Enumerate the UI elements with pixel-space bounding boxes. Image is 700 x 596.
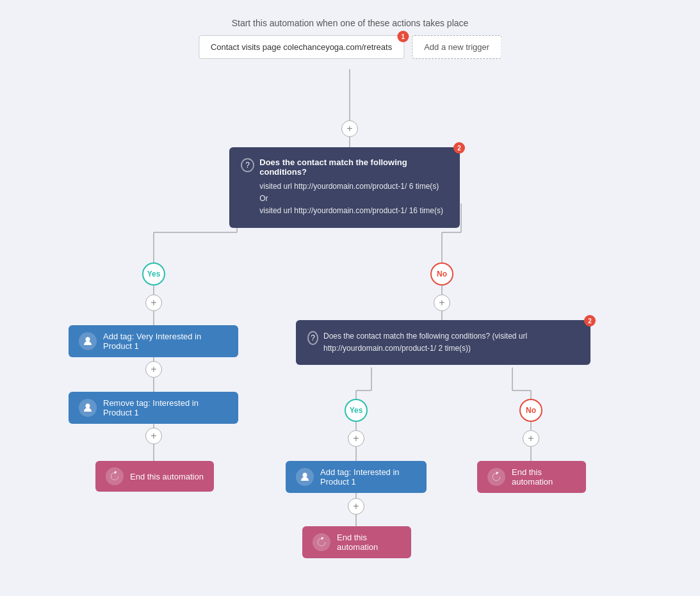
end-automation-2-label: End this automation [512, 467, 576, 487]
svg-point-29 [86, 404, 90, 408]
remove-interested-label: Remove tag: Interested in Product 1 [103, 398, 228, 417]
no-branch-2[interactable]: No [519, 399, 542, 422]
plus-button-3[interactable]: + [145, 361, 162, 378]
plus-button-6[interactable]: + [348, 430, 364, 447]
condition-box-2[interactable]: 2 ? Does the contact match the following… [296, 320, 590, 365]
plus-button-7[interactable]: + [348, 498, 364, 515]
end-automation-1[interactable]: End this automation [95, 461, 214, 492]
trigger-row: Contact visits page colechanceyoga.com/r… [199, 35, 501, 59]
no-label-1: No [437, 270, 447, 278]
add-very-interested-action[interactable]: Add tag: Very Interested in Product 1 [69, 325, 238, 357]
existing-trigger-label: Contact visits page colechanceyoga.com/r… [211, 42, 392, 52]
yes-branch-1[interactable]: Yes [142, 262, 165, 286]
remove-interested-action[interactable]: Remove tag: Interested in Product 1 [69, 392, 238, 424]
add-interested-label: Add tag: Interested in Product 1 [320, 467, 416, 487]
end-automation-2[interactable]: End this automation [477, 461, 586, 493]
question-icon-1: ? [241, 158, 254, 172]
add-trigger-button[interactable]: Add a new trigger [412, 35, 501, 59]
end-automation-3[interactable]: End this automation [302, 526, 411, 558]
plus-button-1[interactable]: + [341, 120, 358, 137]
condition2-text: Does the contact match the following con… [323, 330, 579, 355]
plus-button-4[interactable]: + [145, 428, 162, 444]
plus-button-2[interactable]: + [145, 294, 162, 311]
condition-box-1[interactable]: 2 ? Does the contact match the following… [229, 147, 460, 228]
add-very-interested-label: Add tag: Very Interested in Product 1 [103, 332, 228, 351]
trigger-badge: 1 [397, 31, 409, 42]
no-branch-1[interactable]: No [430, 262, 453, 286]
yes-label-1: Yes [147, 270, 161, 278]
plus-button-5[interactable]: + [434, 294, 450, 311]
refresh-icon-1 [106, 467, 124, 485]
plus-button-8[interactable]: + [523, 430, 539, 447]
refresh-icon-3 [313, 533, 330, 551]
end-automation-1-label: End this automation [130, 472, 204, 481]
add-trigger-label: Add a new trigger [424, 42, 489, 52]
refresh-icon-2 [487, 468, 505, 486]
condition1-title: Does the contact match the following con… [259, 157, 448, 177]
end-automation-3-label: End this automation [337, 533, 401, 552]
yes-label-2: Yes [350, 406, 363, 415]
yes-branch-2[interactable]: Yes [345, 399, 368, 422]
condition1-lines: visited url http://yourdomain.com/produc… [259, 181, 448, 218]
page-title: Start this automation when one of these … [232, 18, 469, 28]
svg-point-30 [303, 473, 307, 478]
person-icon-3 [296, 468, 314, 486]
condition1-badge: 2 [453, 142, 465, 154]
person-icon-1 [79, 332, 97, 350]
person-icon-2 [79, 399, 97, 417]
existing-trigger[interactable]: Contact visits page colechanceyoga.com/r… [199, 35, 404, 59]
question-icon-2: ? [307, 331, 318, 345]
no-label-2: No [526, 406, 536, 415]
add-interested-action[interactable]: Add tag: Interested in Product 1 [286, 461, 427, 493]
svg-point-28 [86, 337, 90, 342]
condition2-badge: 2 [584, 315, 596, 326]
